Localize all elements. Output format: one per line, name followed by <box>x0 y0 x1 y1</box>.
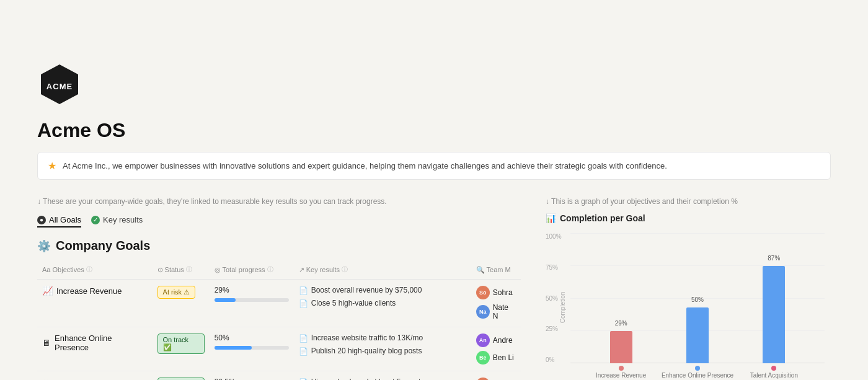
chart-plot-area: 29%50%87% <box>570 233 825 363</box>
page-content: Acme OS ★ At Acme Inc., we empower busin… <box>0 119 868 380</box>
key-results-cell: 📄Increase website traffic to 13K/mo📄Publ… <box>294 327 471 371</box>
y-label-25: 25% <box>546 325 562 332</box>
table-row: 📈 Increase Revenue At risk ⚠29% 📄Boost o… <box>37 280 521 327</box>
col-team: 🔍 Team M <box>471 262 521 280</box>
svg-text:ACME: ACME <box>46 82 73 91</box>
progress-cell: 50% <box>210 327 294 371</box>
goal-name: 📈 Increase Revenue <box>42 286 148 296</box>
kr-text: Boost overall revenue by $75,000 <box>311 286 422 294</box>
goals-table: Aa Objectives ⓘ ⊙ Status ⓘ ◎ Total progr… <box>37 262 521 380</box>
kr-icon: 📄 <box>299 299 308 308</box>
goal-name: ❤ Talent Acquisition <box>42 378 148 380</box>
key-result-item: 📄Increase website traffic to 13K/mo <box>299 334 466 343</box>
progress-cell: 29% <box>210 280 294 327</box>
kr-text: Increase website traffic to 13K/mo <box>311 334 423 342</box>
avatar: So <box>476 378 490 380</box>
status-badge: At risk ⚠ <box>157 286 196 299</box>
member-name: Andre <box>493 336 513 345</box>
goals-section-desc: ↓ These are your company-wide goals, the… <box>37 197 521 206</box>
chart-title: Completion per Goal <box>560 213 645 223</box>
tab-key-results-label: Key results <box>103 215 143 224</box>
logo-area: ACME <box>0 62 868 119</box>
banner-star-icon: ★ <box>48 160 56 172</box>
page-title: Acme OS <box>37 119 831 142</box>
progress-text: 50% <box>215 334 229 342</box>
key-result-item: 📄Hire and onboard at least 5 new team me… <box>299 378 466 380</box>
x-label-dot <box>619 366 624 371</box>
team-member: Na Nate N <box>476 303 516 320</box>
table-row: 🖥 Enhance Online Presence On track ✅50% … <box>37 327 521 371</box>
bar-group: 29% <box>583 233 659 363</box>
col-progress: ◎ Total progress ⓘ <box>210 262 294 280</box>
chart-bars: 29%50%87% <box>570 233 825 363</box>
member-name: Sohra <box>493 288 513 297</box>
status-badge: On track ✅ <box>157 378 205 380</box>
team-cell: So SohraSt Steph <box>471 371 521 381</box>
goal-name-text: Enhance Online Presence <box>55 334 148 352</box>
bar-group: 50% <box>659 233 735 363</box>
x-label-group: Increase Revenue <box>583 363 659 380</box>
goal-name-text: Increase Revenue <box>56 286 122 296</box>
tab-all-goals[interactable]: ● All Goals <box>37 213 81 228</box>
x-label-group: Enhance Online Presence <box>659 363 735 380</box>
banner: ★ At Acme Inc., we empower businesses wi… <box>37 152 831 180</box>
chart-bar: 29% <box>610 331 632 363</box>
tab-key-results[interactable]: ✓ Key results <box>91 213 143 228</box>
chart-section-desc: ↓ This is a graph of your objectives and… <box>546 197 831 206</box>
goal-name-cell: ❤ Talent Acquisition <box>37 371 153 381</box>
kr-icon: 📄 <box>299 334 308 343</box>
member-name: Ben Li <box>493 353 514 362</box>
team-member: An Andre <box>476 334 516 347</box>
col-objectives: Aa Objectives ⓘ <box>37 262 153 280</box>
kr-text: Close 5 high-value clients <box>311 299 396 307</box>
logo: ACME <box>37 62 82 107</box>
y-axis-title: Completion <box>559 292 566 324</box>
col-status: ⊙ Status ⓘ <box>153 262 210 280</box>
status-cell: On track ✅ <box>153 327 210 371</box>
main-layout: ↓ These are your company-wide goals, the… <box>37 197 831 380</box>
company-goals-header: ⚙️ Company Goals <box>37 239 521 253</box>
x-label-dot <box>695 366 700 371</box>
progress-bar <box>215 298 289 302</box>
goal-name: 🖥 Enhance Online Presence <box>42 334 148 352</box>
bar-value-label: 50% <box>691 296 704 303</box>
goal-icon: ❤ <box>42 378 50 380</box>
progress-bar-fill <box>215 346 252 350</box>
goal-name-cell: 📈 Increase Revenue <box>37 280 153 327</box>
goal-icon: 🖥 <box>42 338 51 348</box>
status-cell: On track ✅ <box>153 371 210 381</box>
progress-text: 29% <box>215 286 229 294</box>
right-column: ↓ This is a graph of your objectives and… <box>546 197 831 380</box>
key-result-item: 📄Close 5 high-value clients <box>299 299 466 308</box>
status-badge: On track ✅ <box>157 334 205 354</box>
team-member: So Sohra <box>476 378 516 380</box>
goal-name-cell: 🖥 Enhance Online Presence <box>37 327 153 371</box>
company-goals-icon: ⚙️ <box>37 239 51 253</box>
all-goals-icon: ● <box>37 216 46 224</box>
y-label-0: 0% <box>546 356 562 363</box>
chart-bar: 50% <box>686 307 709 363</box>
team-member: So Sohra <box>476 286 516 299</box>
bar-value-label: 29% <box>615 320 627 327</box>
banner-text: At Acme Inc., we empower businesses with… <box>63 161 667 170</box>
tabs: ● All Goals ✓ Key results <box>37 213 521 228</box>
chart-bar-icon: 📊 <box>546 213 556 223</box>
left-column: ↓ These are your company-wide goals, the… <box>37 197 521 380</box>
chart-header: 📊 Completion per Goal <box>546 213 831 223</box>
kr-text: Publish 20 high-quality blog posts <box>311 347 422 355</box>
chart-container: 0% 25% 50% 75% 100% Completion <box>546 233 831 380</box>
avatar: Na <box>476 305 490 319</box>
x-label-text: Talent Acquisition <box>750 372 798 379</box>
avatar: An <box>476 334 490 347</box>
bar-group: 87% <box>736 233 812 363</box>
team-cell: An AndreBe Ben Li <box>471 327 521 371</box>
goal-name-text: Talent Acquisition <box>53 378 115 381</box>
kr-icon: 📄 <box>299 286 308 295</box>
team-member: Be Ben Li <box>476 351 516 365</box>
top-spacer <box>0 0 868 62</box>
avatar: So <box>476 286 490 299</box>
kr-text: Hire and onboard at least 5 new team mem… <box>311 378 466 380</box>
x-label-text: Enhance Online Presence <box>662 372 733 379</box>
chart-bar: 87% <box>763 266 785 363</box>
x-label-dot <box>771 366 776 371</box>
